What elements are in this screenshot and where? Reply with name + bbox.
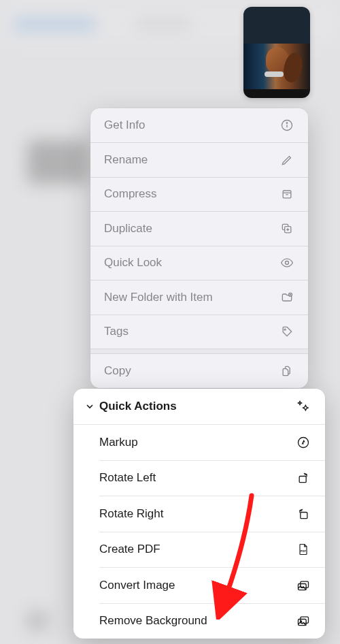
quick-action-label: Convert Image bbox=[99, 579, 175, 592]
eye-icon bbox=[279, 255, 294, 270]
svg-rect-16 bbox=[301, 512, 307, 518]
quick-action-label: Remove Background bbox=[99, 614, 207, 628]
quick-actions-panel: Quick Actions Markup Rotate Left Rotate … bbox=[73, 389, 325, 639]
menu-item-label: Quick Look bbox=[104, 256, 162, 270]
quick-action-remove-background[interactable]: Remove Background bbox=[73, 603, 325, 639]
svg-rect-15 bbox=[299, 477, 306, 483]
svg-point-2 bbox=[286, 123, 287, 123]
svg-text:PDF: PDF bbox=[301, 549, 307, 553]
quick-actions-header[interactable]: Quick Actions bbox=[73, 389, 325, 424]
menu-item-duplicate[interactable]: Duplicate bbox=[90, 212, 308, 246]
quick-action-rotate-right[interactable]: Rotate Right bbox=[73, 496, 325, 532]
quick-action-markup[interactable]: Markup bbox=[73, 425, 325, 460]
quick-action-rotate-left[interactable]: Rotate Left bbox=[73, 460, 325, 496]
menu-item-compress[interactable]: Compress bbox=[90, 177, 308, 211]
archive-icon bbox=[279, 187, 294, 202]
tag-icon bbox=[279, 324, 294, 339]
menu-item-label: Tags bbox=[104, 325, 129, 338]
menu-item-quick-look[interactable]: Quick Look bbox=[90, 246, 308, 280]
copy-icon bbox=[279, 364, 294, 379]
menu-item-rename[interactable]: Rename bbox=[90, 143, 308, 177]
pdf-icon: PDF bbox=[295, 541, 311, 558]
quick-action-convert-image[interactable]: Convert Image bbox=[73, 568, 325, 603]
quick-action-label: Rotate Right bbox=[99, 507, 164, 521]
rotate-right-icon bbox=[295, 506, 311, 522]
context-menu: Get Info Rename Compress Duplicate Quick… bbox=[90, 108, 308, 388]
markup-icon bbox=[295, 434, 311, 451]
pencil-icon bbox=[279, 152, 294, 167]
menu-item-label: Compress bbox=[104, 187, 156, 201]
menu-item-new-folder[interactable]: New Folder with Item bbox=[90, 280, 308, 315]
quick-actions-title: Quick Actions bbox=[99, 400, 177, 413]
remove-background-icon bbox=[295, 613, 311, 629]
menu-item-get-info[interactable]: Get Info bbox=[90, 108, 308, 142]
sparkle-icon bbox=[295, 398, 311, 415]
info-icon bbox=[279, 118, 294, 133]
menu-item-label: Rename bbox=[104, 153, 148, 167]
menu-item-label: New Folder with Item bbox=[104, 291, 213, 304]
quick-action-create-pdf[interactable]: Create PDF PDF bbox=[73, 532, 325, 567]
menu-item-label: Duplicate bbox=[104, 222, 152, 236]
thumbnail-image-dog bbox=[243, 7, 310, 98]
quick-action-label: Markup bbox=[99, 436, 138, 449]
selected-file-thumbnail[interactable] bbox=[243, 7, 310, 98]
duplicate-icon bbox=[279, 221, 294, 236]
menu-item-label: Copy bbox=[104, 364, 131, 378]
menu-item-copy[interactable]: Copy bbox=[90, 354, 308, 388]
svg-point-13 bbox=[284, 329, 286, 330]
menu-item-label: Get Info bbox=[104, 118, 145, 132]
new-folder-icon bbox=[279, 290, 294, 305]
convert-image-icon bbox=[295, 577, 311, 594]
menu-item-tags[interactable]: Tags bbox=[90, 315, 308, 349]
svg-point-9 bbox=[286, 261, 289, 265]
chevron-down-icon bbox=[83, 401, 97, 412]
quick-action-label: Create PDF bbox=[99, 543, 160, 556]
quick-action-label: Rotate Left bbox=[99, 471, 156, 485]
rotate-left-icon bbox=[295, 470, 311, 486]
